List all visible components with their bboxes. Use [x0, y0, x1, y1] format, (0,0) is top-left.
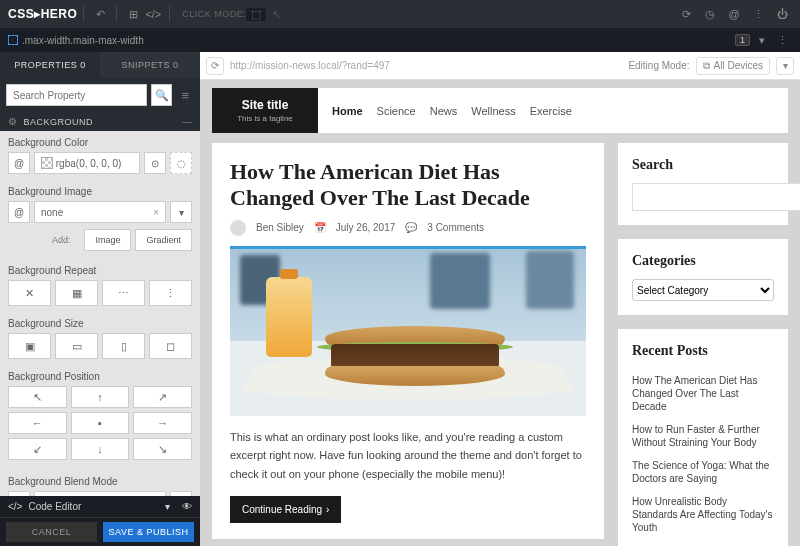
calendar-icon: 📅: [314, 222, 326, 233]
section-background[interactable]: ⚙ BACKGROUND —: [0, 112, 200, 131]
selector-caret-icon[interactable]: ▾: [752, 34, 772, 47]
post-author[interactable]: Ben Sibley: [256, 222, 304, 233]
bg-blend-label: Background Blend Mode: [0, 470, 200, 491]
more-icon[interactable]: ⋮: [748, 8, 768, 21]
bg-image-input[interactable]: none×: [34, 201, 166, 223]
selector-box-icon: [8, 35, 18, 45]
bg-size-label: Background Size: [0, 312, 200, 333]
bg-image-caret-icon[interactable]: ▾: [170, 201, 192, 223]
post-comments[interactable]: 3 Comments: [427, 222, 484, 233]
recent-post-link[interactable]: How Unrealistic Body Standards Are Affec…: [632, 490, 774, 539]
add-label: Add:: [42, 229, 81, 251]
widget-search-input[interactable]: [632, 183, 800, 211]
pos-tl[interactable]: ↖: [8, 386, 67, 408]
continue-reading-button[interactable]: Continue Reading›: [230, 496, 341, 523]
categories-select[interactable]: Select Category: [632, 279, 774, 301]
app-logo[interactable]: CSS▸HERO: [8, 7, 77, 21]
url-bar: ⟳ http://mission-news.local/?rand=497 Ed…: [200, 52, 800, 80]
eye-icon[interactable]: 👁: [182, 501, 192, 512]
add-image-button[interactable]: Image: [84, 229, 131, 251]
size-auto[interactable]: ▣: [8, 333, 51, 359]
selector-count[interactable]: 1: [735, 34, 750, 46]
widget-recent-posts: Recent Posts How The American Diet Has C…: [618, 329, 788, 546]
site-nav: Home Science News Wellness Exercise: [318, 88, 788, 133]
repeat-x[interactable]: ⋯: [102, 280, 145, 306]
repeat-y[interactable]: ⋮: [149, 280, 192, 306]
post-title[interactable]: How The American Diet Has Changed Over T…: [230, 159, 586, 212]
reset-icon[interactable]: ◌: [170, 152, 192, 174]
code-editor-icon: </>: [8, 501, 22, 512]
selector-menu-icon[interactable]: ⋮: [772, 34, 792, 47]
selector-path: .max-width.main-max-width: [22, 35, 144, 46]
collapse-icon[interactable]: —: [183, 117, 193, 127]
nav-exercise[interactable]: Exercise: [530, 105, 572, 117]
size-cover[interactable]: ▭: [55, 333, 98, 359]
transparency-swatch-icon: [41, 157, 53, 169]
nav-wellness[interactable]: Wellness: [471, 105, 515, 117]
device-caret-icon[interactable]: ▾: [776, 57, 794, 75]
pos-c[interactable]: ▪: [71, 412, 130, 434]
pos-b[interactable]: ↓: [71, 438, 130, 460]
bg-position-label: Background Position: [0, 365, 200, 386]
nav-news[interactable]: News: [430, 105, 458, 117]
tab-properties[interactable]: PROPERTIES 0: [0, 52, 100, 78]
refresh-icon[interactable]: ⟳: [676, 8, 696, 21]
tab-snippets[interactable]: SNIPPETS 0: [100, 52, 200, 78]
recent-post-link[interactable]: The Science of Yoga: What the Doctors ar…: [632, 454, 774, 490]
power-icon[interactable]: ⏻: [772, 8, 792, 21]
pos-br[interactable]: ↘: [133, 438, 192, 460]
click-mode-selector-icon[interactable]: ⬚: [246, 8, 266, 21]
size-contain[interactable]: ▯: [102, 333, 145, 359]
pos-l[interactable]: ←: [8, 412, 67, 434]
sidebar: PROPERTIES 0 SNIPPETS 0 🔍 ≡ ⚙ BACKGROUND…: [0, 52, 200, 546]
recent-post-link[interactable]: How to Run Faster & Further Without Stra…: [632, 418, 774, 454]
repeat-none[interactable]: ✕: [8, 280, 51, 306]
search-button[interactable]: 🔍: [151, 84, 172, 106]
add-gradient-button[interactable]: Gradient: [135, 229, 192, 251]
click-mode-cursor-icon[interactable]: ↖: [266, 8, 286, 21]
size-custom[interactable]: ◻: [149, 333, 192, 359]
at-chip[interactable]: @: [8, 152, 30, 174]
layout-icon[interactable]: ⊞: [123, 8, 143, 21]
bg-repeat-label: Background Repeat: [0, 259, 200, 280]
bg-image-label: Background Image: [0, 180, 200, 201]
pos-r[interactable]: →: [133, 412, 192, 434]
code-editor-toggle[interactable]: </> Code Editor ▾ 👁: [0, 496, 200, 518]
nav-home[interactable]: Home: [332, 105, 363, 117]
selector-bar: .max-width.main-max-width 1 ▾ ⋮: [0, 28, 800, 52]
pos-t[interactable]: ↑: [71, 386, 130, 408]
site-title-block[interactable]: Site title This is a tagline: [212, 88, 318, 133]
post-date: July 26, 2017: [336, 222, 396, 233]
search-menu-icon[interactable]: ≡: [176, 84, 194, 106]
undo-icon[interactable]: ↶: [90, 8, 110, 21]
at-icon[interactable]: @: [724, 8, 744, 21]
pos-bl[interactable]: ↙: [8, 438, 67, 460]
search-title: Search: [632, 157, 774, 173]
code-icon[interactable]: </>: [143, 8, 163, 20]
eyedropper-icon[interactable]: ⊙: [144, 152, 166, 174]
selector-crumb[interactable]: .max-width.main-max-width: [8, 35, 144, 46]
nav-science[interactable]: Science: [377, 105, 416, 117]
app-topbar: CSS▸HERO ↶ ⊞ </> CLICK MODE: ⬚ ↖ ⟳ ◷ @ ⋮…: [0, 0, 800, 28]
post-hero-image[interactable]: [230, 246, 586, 416]
chevron-right-icon: ›: [326, 504, 329, 515]
gear-icon: ⚙: [8, 116, 18, 127]
history-icon[interactable]: ◷: [700, 8, 720, 21]
recent-posts-title: Recent Posts: [632, 343, 774, 359]
pos-tr[interactable]: ↗: [133, 386, 192, 408]
categories-title: Categories: [632, 253, 774, 269]
url-display[interactable]: http://mission-news.local/?rand=497: [230, 60, 622, 71]
clear-icon[interactable]: ×: [153, 207, 159, 218]
search-input[interactable]: [6, 84, 147, 106]
recent-post-link[interactable]: 5 Health Benefits Of Carrots And 10 New …: [632, 539, 774, 546]
cancel-button[interactable]: CANCEL: [6, 522, 97, 542]
post-excerpt: This is what an ordinary post looks like…: [230, 428, 586, 484]
at-chip-2[interactable]: @: [8, 201, 30, 223]
device-selector[interactable]: ⧉All Devices: [696, 57, 770, 75]
bg-color-input[interactable]: rgba(0, 0, 0, 0): [34, 152, 140, 174]
reload-icon[interactable]: ⟳: [206, 57, 224, 75]
save-publish-button[interactable]: SAVE & PUBLISH: [103, 522, 194, 542]
avatar: [230, 220, 246, 236]
recent-post-link[interactable]: How The American Diet Has Changed Over T…: [632, 369, 774, 418]
repeat-both[interactable]: ▦: [55, 280, 98, 306]
